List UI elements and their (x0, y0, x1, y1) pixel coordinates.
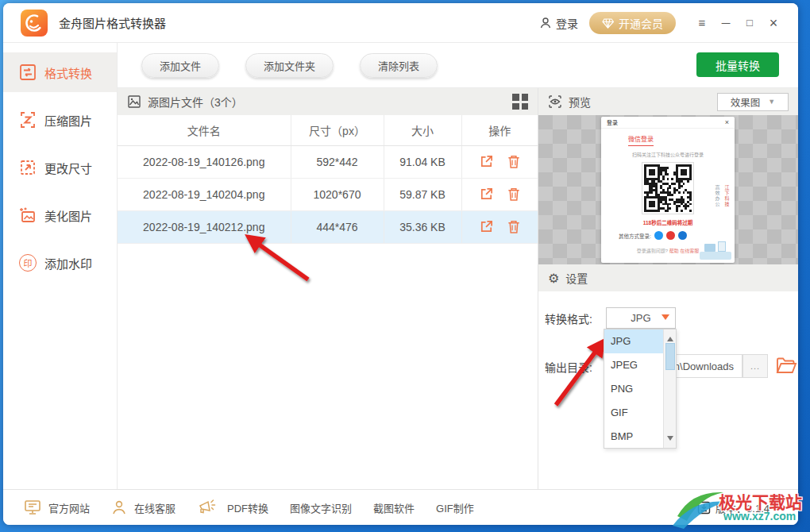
mini-close-icon: × (725, 118, 729, 126)
cell-size: 59.87 KB (384, 178, 461, 210)
cell-filename: 2022-08-19_140126.png (118, 145, 291, 178)
gear-icon: ⚙ (548, 271, 559, 286)
preview-header: 预览 效果图 ▼ (538, 88, 798, 115)
sidebar-label: 添加水印 (44, 255, 92, 272)
sidebar-label: 更改尺寸 (44, 160, 92, 176)
sidebar: 格式转换 压缩图片 更改尺寸 美化图片 印 添加水印 (3, 43, 118, 489)
col-dims: 尺寸（px） (291, 115, 384, 145)
qr-expire-text: 118秒后二维码将过期 (601, 218, 735, 226)
close-button[interactable]: × (763, 13, 784, 33)
preview-eye-icon (548, 94, 562, 109)
col-filename: 文件名 (118, 115, 291, 145)
sidebar-item-format-convert[interactable]: 格式转换 (3, 52, 117, 92)
grid-view-icon[interactable] (512, 94, 528, 110)
toolbar: 添加文件 添加文件夹 清除列表 批量转换 (118, 43, 798, 87)
scan-hint: 扫码关注江下科技公众号进行登录 (601, 151, 735, 158)
login-problem-label: 登录遇到问题? (637, 249, 668, 253)
minimize-button[interactable]: ─ (716, 13, 736, 33)
dropdown-option-bmp[interactable]: BMP (604, 425, 663, 449)
open-file-icon[interactable] (479, 154, 494, 169)
format-value: JPG (631, 312, 650, 324)
delete-icon[interactable] (507, 219, 521, 234)
dropdown-option-png[interactable]: PNG (604, 377, 663, 401)
mini-dialog-title: 登录 (607, 118, 618, 126)
beautify-icon (19, 206, 37, 224)
table-row[interactable]: 2022-08-19_140126.png 592*442 91.04 KB (118, 145, 538, 178)
batch-convert-button[interactable]: 批量转换 (696, 52, 779, 77)
maximize-button[interactable]: □ (739, 13, 760, 33)
login-button[interactable]: 登录 (539, 15, 578, 31)
table-header-row: 文件名 尺寸（px） 大小 操作 (118, 115, 538, 145)
effect-mode-select[interactable]: 效果图 ▼ (717, 93, 789, 111)
scroll-down-icon[interactable] (667, 436, 673, 444)
footer-label: 在线客服 (134, 500, 176, 515)
sidebar-label: 压缩图片 (44, 112, 92, 129)
preview-image: 登录 × 微信登录 扫码关注江下科技公众号进行登录 118秒后二维码将过期 其他… (601, 117, 735, 263)
diamond-icon (602, 18, 614, 29)
official-site-link[interactable]: 官方网站 (24, 499, 90, 515)
delete-icon[interactable] (507, 154, 521, 169)
gif-maker-link[interactable]: GIF制作 (436, 500, 474, 515)
table-row-selected[interactable]: 2022-08-19_140212.png 444*476 35.36 KB (118, 210, 538, 243)
format-label: 转换格式: (545, 310, 592, 326)
file-panel-header: 源图片文件（3个） (118, 88, 538, 115)
online-service-link[interactable]: 在线客服 (111, 499, 176, 515)
ocr-link[interactable]: 图像文字识别 (290, 500, 352, 515)
chevron-down-icon: ▼ (768, 98, 775, 106)
dropdown-option-jpg[interactable]: JPG (604, 330, 663, 353)
open-file-icon[interactable] (479, 219, 494, 234)
cell-filename: 2022-08-19_140212.png (118, 210, 291, 243)
menu-icon[interactable]: ≡ (692, 13, 712, 33)
image-icon (127, 94, 141, 109)
sidebar-item-resize[interactable]: 更改尺寸 (3, 148, 117, 187)
monitor-icon (24, 499, 41, 515)
cell-dims: 444*476 (291, 210, 384, 243)
cell-dims: 592*442 (291, 145, 384, 178)
pdf-convert-link[interactable]: PDF转换 (197, 499, 268, 516)
resize-icon (19, 159, 37, 176)
effect-mode-value: 效果图 (731, 94, 761, 110)
footer: 官方网站 在线客服 PDF转换 图像文字识别 截图软件 GIF制作 版本：3.1… (3, 489, 798, 525)
browse-button[interactable]: ... (742, 354, 768, 378)
cell-filename: 2022-08-19_140204.png (118, 178, 291, 210)
title-bar: 金舟图片格式转换器 登录 开通会员 ≡ ─ □ × (3, 3, 798, 43)
help-link: 帮助 (669, 249, 679, 253)
preview-title: 预览 (569, 94, 591, 110)
wechat-login-tab: 微信登录 (628, 134, 654, 146)
format-convert-icon (19, 64, 37, 81)
file-panel: 源图片文件（3个） 文件名 尺寸（px） 大小 操作 (118, 88, 538, 489)
open-file-icon[interactable] (479, 187, 494, 202)
scroll-thumb[interactable] (665, 343, 675, 370)
col-size: 大小 (384, 115, 461, 145)
person-icon (111, 499, 127, 515)
screenshot-link[interactable]: 截图软件 (373, 500, 415, 515)
cell-dims: 810*532 (291, 178, 384, 210)
sidebar-item-beautify[interactable]: 美化图片 (3, 195, 117, 235)
add-file-button[interactable]: 添加文件 (141, 53, 219, 78)
dropdown-option-jpeg[interactable]: JPEG (604, 353, 663, 377)
login-label: 登录 (556, 15, 578, 31)
output-label: 输出目录: (545, 359, 592, 375)
cell-size: 35.36 KB (384, 210, 461, 243)
sidebar-item-watermark[interactable]: 印 添加水印 (3, 243, 117, 283)
vip-button[interactable]: 开通会员 (589, 12, 676, 34)
compress-icon (19, 111, 37, 129)
preview-panel: 预览 效果图 ▼ 登录 × (538, 88, 798, 489)
add-folder-button[interactable]: 添加文件夹 (245, 53, 334, 78)
sidebar-item-compress[interactable]: 压缩图片 (3, 100, 117, 140)
settings-header: ⚙ 设置 (538, 264, 798, 291)
clear-list-button[interactable]: 清除列表 (360, 53, 438, 78)
format-dropdown-list: JPG JPEG PNG GIF BMP (604, 329, 677, 449)
phone-login-icon (666, 231, 675, 240)
open-folder-icon[interactable] (776, 357, 797, 375)
megaphone-icon (197, 499, 216, 516)
format-select[interactable]: JPG (606, 307, 676, 329)
qr-code (644, 164, 692, 212)
table-row[interactable]: 2022-08-19_140204.png 810*532 59.87 KB (118, 178, 538, 210)
scroll-up-icon[interactable] (667, 333, 673, 341)
app-logo-icon (21, 10, 48, 37)
dropdown-scrollbar[interactable] (663, 330, 676, 448)
dropdown-option-gif[interactable]: GIF (604, 401, 663, 425)
chevron-down-icon (662, 314, 669, 324)
delete-icon[interactable] (507, 187, 521, 202)
